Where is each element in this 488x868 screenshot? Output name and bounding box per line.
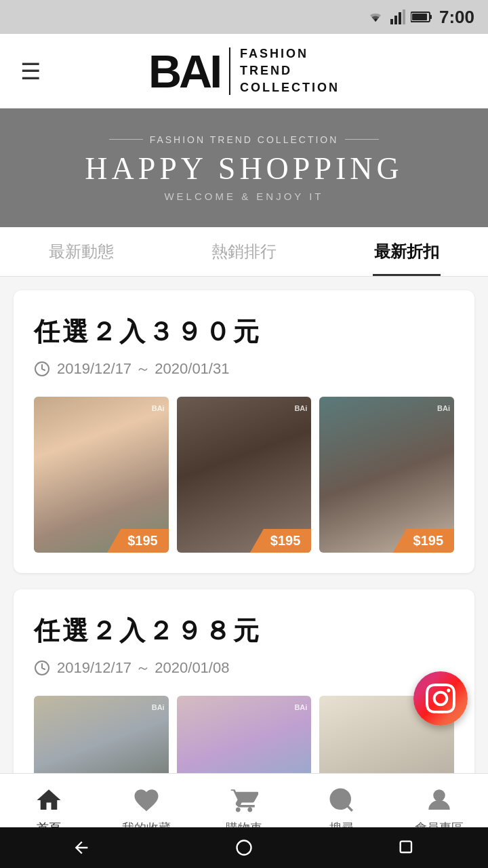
wifi-icon (366, 9, 385, 24)
svg-rect-1 (394, 16, 397, 24)
banner-welcome: WELCOME & ENJOY IT (164, 191, 323, 202)
price-badge: $195 (107, 529, 169, 553)
product-image[interactable]: BAi $195 (34, 397, 169, 553)
logo-line3: COLLECTION (240, 79, 340, 96)
clock-icon (34, 660, 50, 676)
product-brand-overlay: BAi (152, 403, 165, 413)
svg-point-10 (434, 791, 444, 800)
tab-latest[interactable]: 最新動態 (0, 227, 163, 276)
logo-line1: FASHION (240, 45, 340, 62)
recents-button[interactable] (393, 834, 420, 861)
svg-rect-5 (430, 15, 432, 19)
tab-bar: 最新動態 熱銷排行 最新折扣 (0, 227, 488, 277)
svg-rect-2 (399, 12, 401, 24)
app-header: ☰ BAI FASHION TREND COLLECTION (0, 34, 488, 108)
svg-rect-12 (401, 842, 411, 852)
deal-title-298: 任選２入２９８元 (34, 614, 454, 648)
instagram-fab[interactable] (413, 671, 468, 726)
battery-icon (411, 11, 432, 23)
product-brand-overlay: BAi (294, 403, 307, 413)
tab-bestseller[interactable]: 熱銷排行 (163, 227, 325, 276)
svg-rect-0 (390, 19, 393, 24)
product-image[interactable]: BAi $195 (177, 397, 312, 553)
home-icon (33, 785, 64, 816)
tab-discount[interactable]: 最新折扣 (325, 227, 488, 276)
product-grid-390: BAi $195 BAi $195 BAi $195 (34, 397, 454, 553)
menu-button[interactable]: ☰ (20, 58, 41, 85)
svg-point-9 (331, 789, 350, 808)
status-bar: 7:00 (0, 0, 488, 34)
deal-title-390: 任選２入３９０元 (34, 315, 454, 349)
cart-icon (228, 785, 260, 816)
price-badge: $195 (250, 529, 312, 553)
svg-point-11 (237, 841, 251, 855)
home-button[interactable] (230, 834, 258, 861)
instagram-icon (426, 684, 455, 713)
logo: BAI FASHION TREND COLLECTION (148, 45, 340, 97)
signal-icon (390, 9, 405, 24)
logo-line2: TREND (240, 62, 340, 79)
logo-bai: BAI (148, 48, 220, 94)
logo-divider (229, 47, 230, 95)
logo-text: FASHION TREND COLLECTION (240, 45, 340, 97)
hero-banner: FASHION TREND COLLECTION HAPPY SHOPPING … (0, 108, 488, 227)
product-brand-overlay: BAi (294, 703, 307, 712)
clock-icon (34, 361, 50, 377)
svg-rect-6 (412, 14, 427, 20)
status-icons (366, 9, 432, 24)
deal-card-390: 任選２入３９０元 2019/12/17 ～ 2020/01/31 BAi $19… (14, 290, 474, 573)
deal-date-390: 2019/12/17 ～ 2020/01/31 (34, 359, 454, 379)
android-nav-bar (0, 827, 488, 868)
product-brand-overlay: BAi (437, 403, 450, 413)
back-button[interactable] (68, 834, 95, 861)
product-brand-overlay: BAi (152, 703, 165, 712)
heart-icon (131, 785, 162, 816)
deal-date-298: 2019/12/17 ～ 2020/01/08 (34, 658, 454, 678)
time-display: 7:00 (439, 7, 474, 28)
search-icon (326, 785, 357, 816)
person-icon (424, 785, 455, 816)
product-image[interactable]: BAi $195 (319, 397, 454, 553)
banner-title: HAPPY SHOPPING (85, 151, 403, 186)
svg-rect-3 (403, 9, 405, 24)
banner-subtext: FASHION TREND COLLECTION (109, 134, 380, 145)
price-badge: $195 (393, 529, 455, 553)
